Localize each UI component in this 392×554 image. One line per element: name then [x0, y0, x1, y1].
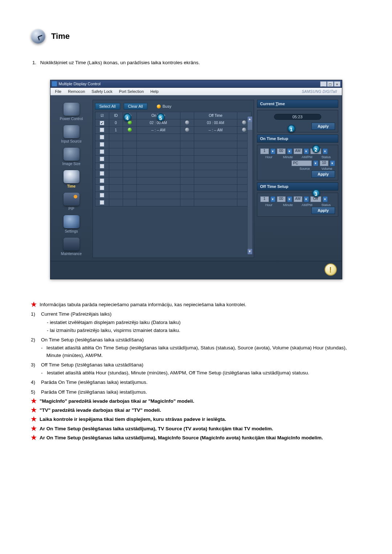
row-checkbox[interactable]	[100, 142, 104, 147]
sidebar-item-input-source[interactable]: Input Source	[55, 124, 88, 145]
table-row-empty	[95, 185, 251, 192]
maximize-button[interactable]: □	[327, 81, 334, 87]
lbl-minute: Minute	[279, 155, 297, 159]
sidebar-item-pip[interactable]: PIP	[55, 192, 88, 213]
dropdown-icon[interactable]: ▾	[304, 196, 309, 202]
callout-badge-4: 4	[123, 113, 131, 121]
maintenance-icon	[64, 238, 79, 251]
notes-section: ★ Informācijas tabula parāda nepieciešam…	[31, 301, 361, 442]
sidebar-item-maintenance[interactable]: Maintenance	[55, 237, 88, 258]
note-2-title: On Time Setup (Ieslēgšanas laika uzstādī…	[41, 336, 144, 344]
menu-remocon[interactable]: Remocon	[65, 89, 88, 94]
select-all-button[interactable]: Select All	[95, 103, 120, 110]
current-time-box: 05:23 Apply	[257, 110, 338, 132]
note-intro: Informācijas tabula parāda nepieciešamo …	[40, 301, 246, 308]
busy-label: Busy	[163, 104, 171, 108]
dropdown-icon[interactable]: ▾	[270, 196, 275, 202]
menu-port-selection[interactable]: Port Selection	[116, 89, 147, 94]
row-checkbox[interactable]	[100, 178, 104, 183]
star-icon: ★	[31, 416, 37, 423]
on-hour-input[interactable]: 1	[260, 148, 269, 154]
on-ampm-input[interactable]: AM	[294, 148, 302, 154]
note-star-5: Ar On Time Setup (ieslēgšanas laika uzst…	[40, 434, 323, 442]
note-5: Parāda Off Time (izslēgšanas laika) iest…	[41, 389, 147, 396]
dropdown-icon[interactable]: ▾	[287, 196, 292, 202]
table-row[interactable]: 0 02 : 00 AM 03 : 00 AM	[95, 119, 251, 127]
menu-file[interactable]: File	[52, 89, 65, 94]
row-off-time: 03 : 00 AM	[194, 119, 237, 127]
time-settings-panel: 1 2 3 Current Time 05:23 Apply On Time S…	[257, 100, 338, 258]
table-row[interactable]: 1 -- : -- AM -- : -- AM	[95, 127, 251, 134]
off-ampm-input[interactable]: AM	[294, 196, 302, 202]
apply-on-time-button[interactable]: Apply	[311, 171, 335, 178]
dropdown-icon[interactable]: ▾	[270, 148, 275, 154]
col-off-time: Off Time	[194, 112, 237, 119]
note-star-3: Laika kontrole ir iespējama tikai tiem d…	[40, 416, 226, 423]
dropdown-icon[interactable]: ▾	[330, 160, 335, 166]
close-button[interactable]: ×	[334, 81, 340, 87]
scroll-thumb[interactable]	[248, 122, 252, 130]
sidebar-item-power-control[interactable]: Power Control	[55, 102, 88, 123]
row-checkbox[interactable]	[100, 121, 104, 125]
note-1-title: Current Time (Pašreizējais laiks)	[41, 311, 111, 318]
callout-badge-5: 5	[157, 113, 165, 121]
col-check[interactable]: ☑	[95, 112, 109, 119]
row-checkbox[interactable]	[100, 200, 104, 205]
scroll-up-button[interactable]: ▲	[248, 116, 252, 122]
apply-current-time-button[interactable]: Apply	[311, 123, 335, 130]
menu-help[interactable]: Help	[147, 89, 162, 94]
current-time-value: 05:23	[293, 115, 303, 119]
dropdown-icon[interactable]: ▾	[304, 148, 309, 154]
row-checkbox[interactable]	[100, 128, 104, 132]
dropdown-icon[interactable]: ▾	[323, 148, 328, 154]
sidebar-item-time[interactable]: Time	[55, 169, 88, 190]
step-1-text: Noklikšķiniet uz Time (Laiks) ikonas, un…	[40, 60, 200, 65]
star-icon: ★	[31, 434, 37, 442]
note-1-sub-1: - iestatiet izvēlētajam displejam pašrei…	[47, 319, 180, 326]
on-time-box: 1▾ 00▾ AM▾ Off▾ Hour Minute AM/PM Status…	[257, 145, 338, 180]
off-hour-input[interactable]: 1	[260, 196, 269, 202]
row-checkbox[interactable]	[100, 157, 104, 161]
scroll-down-button[interactable]: ▼	[248, 249, 252, 254]
sidebar-item-label: Input Source	[55, 139, 88, 143]
clock-hero-icon	[31, 29, 45, 44]
star-icon: ★	[31, 425, 37, 432]
off-minute-input[interactable]: 00	[277, 196, 286, 202]
apply-off-time-button[interactable]: Apply	[311, 207, 335, 214]
dropdown-icon[interactable]: ▾	[287, 148, 292, 154]
lbl-status: Status	[317, 155, 335, 159]
minimize-button[interactable]: _	[320, 81, 327, 87]
sidebar-item-label: Power Control	[55, 117, 88, 121]
clear-all-button[interactable]: Clear All	[124, 103, 147, 110]
status-dot-gray	[242, 120, 246, 124]
on-source-input[interactable]: PC	[291, 160, 312, 166]
row-checkbox[interactable]	[100, 149, 104, 154]
titlebar[interactable]: Multiple Display Control _ □ ×	[50, 80, 342, 88]
current-time-title: Current Time	[257, 100, 338, 108]
app-icon	[52, 81, 57, 86]
display-grid-panel: 4 5 Select All Clear All Busy ☑ ID ⏻ On …	[93, 100, 254, 258]
star-icon: ★	[31, 301, 37, 308]
dropdown-icon[interactable]: ▾	[313, 160, 318, 166]
sidebar-item-label: Maintenance	[55, 252, 88, 256]
row-checkbox[interactable]	[100, 193, 104, 197]
lbl-ampm: AM/PM	[298, 203, 316, 207]
grid-scrollbar[interactable]: ▲ ▼	[247, 116, 253, 255]
row-checkbox[interactable]	[100, 135, 104, 139]
sidebar-item-image-size[interactable]: Image Size	[55, 147, 88, 168]
row-checkbox[interactable]	[100, 164, 104, 168]
pip-icon	[64, 193, 79, 206]
menubar: File Remocon Safety Lock Port Selection …	[50, 88, 342, 95]
off-status-input[interactable]: Off	[310, 196, 321, 202]
on-volume-input[interactable]: 10	[320, 160, 328, 166]
table-row-empty	[95, 141, 251, 148]
on-minute-input[interactable]: 00	[277, 148, 286, 154]
input-icon	[64, 125, 79, 138]
row-checkbox[interactable]	[100, 171, 104, 176]
status-dot-gray	[242, 128, 246, 132]
sidebar-item-settings[interactable]: Settings	[55, 214, 88, 235]
table-row-empty	[95, 134, 251, 141]
dropdown-icon[interactable]: ▾	[323, 196, 328, 202]
row-checkbox[interactable]	[100, 186, 104, 190]
menu-safety-lock[interactable]: Safety Lock	[88, 89, 115, 94]
